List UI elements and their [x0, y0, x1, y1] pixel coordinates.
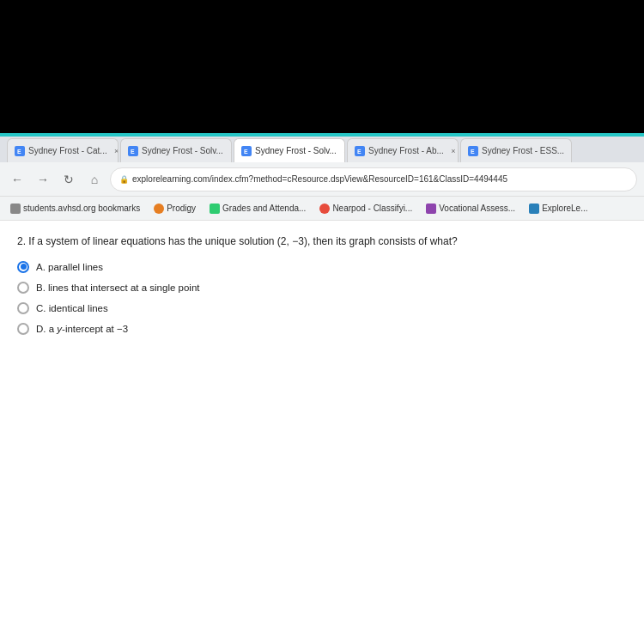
- tab-4[interactable]: E Sydney Frost - Ab... ×: [347, 138, 459, 162]
- url-text: explorelearning.com/index.cfm?method=cRe…: [132, 174, 507, 184]
- tab-2-label: Sydney Frost - Solv...: [142, 146, 223, 155]
- refresh-button[interactable]: ↻: [58, 169, 79, 190]
- bookmark-4[interactable]: Nearpod - Classifyi...: [316, 202, 416, 216]
- tab-3-label: Sydney Frost - Solv...: [255, 146, 337, 155]
- tab-3-close[interactable]: ×: [340, 145, 345, 157]
- radio-a-fill: [21, 264, 27, 270]
- tab-2-icon: E: [128, 146, 138, 156]
- answer-options: A. parallel lines B. lines that intersec…: [17, 261, 627, 335]
- tab-1-label: Sydney Frost - Cat...: [28, 146, 107, 155]
- option-d[interactable]: D. a y-intercept at −3: [17, 323, 627, 335]
- bookmark-6-label: ExploreLe...: [542, 204, 587, 213]
- bookmark-2-label: Prodigy: [167, 204, 196, 213]
- bookmark-1-icon: [10, 204, 21, 214]
- svg-text:E: E: [131, 149, 135, 155]
- browser-window: E Sydney Frost - Cat... × E Sydney Frost…: [0, 133, 644, 644]
- option-b-label: B. lines that intersect at a single poin…: [36, 283, 200, 293]
- bookmark-2-icon: [154, 204, 164, 214]
- tab-1[interactable]: E Sydney Frost - Cat... ×: [7, 138, 118, 162]
- bookmark-5-icon: [426, 204, 436, 214]
- bookmark-6-icon: [529, 204, 539, 214]
- bookmark-3[interactable]: Grades and Attenda...: [206, 202, 309, 216]
- question-number: 2: [17, 235, 23, 247]
- radio-c[interactable]: [17, 302, 29, 314]
- tab-3-icon: E: [241, 146, 252, 156]
- svg-text:E: E: [471, 149, 475, 155]
- tab-5[interactable]: E Sydney Frost - ESS... ×: [460, 138, 572, 162]
- forward-button[interactable]: →: [33, 169, 53, 190]
- tab-4-icon: E: [355, 146, 365, 156]
- lock-icon: 🔒: [119, 175, 129, 184]
- radio-a[interactable]: [17, 261, 29, 273]
- teal-accent-bar: [0, 133, 644, 137]
- tab-4-close[interactable]: ×: [447, 145, 459, 157]
- page-content: 2. If a system of linear equations has t…: [0, 221, 644, 644]
- bookmark-6[interactable]: ExploreLe...: [526, 202, 591, 216]
- option-b[interactable]: B. lines that intersect at a single poin…: [17, 282, 627, 294]
- back-button[interactable]: ←: [7, 169, 27, 190]
- tab-1-close[interactable]: ×: [111, 145, 118, 157]
- home-button[interactable]: ⌂: [84, 169, 105, 190]
- tab-bar: E Sydney Frost - Cat... × E Sydney Frost…: [0, 133, 644, 162]
- tab-2-close[interactable]: ×: [227, 145, 232, 157]
- svg-text:E: E: [357, 149, 361, 155]
- bookmark-4-icon: [319, 204, 330, 214]
- bookmark-5-label: Vocational Assess...: [439, 204, 515, 213]
- address-bar-row: ← → ↻ ⌂ 🔒 explorelearning.com/index.cfm?…: [0, 162, 644, 197]
- option-a-label: A. parallel lines: [36, 262, 103, 272]
- question-body: If a system of linear equations has the …: [28, 235, 457, 247]
- address-field[interactable]: 🔒 explorelearning.com/index.cfm?method=c…: [110, 167, 637, 191]
- tab-4-label: Sydney Frost - Ab...: [368, 146, 444, 155]
- option-d-label: D. a y-intercept at −3: [36, 324, 128, 334]
- tab-2[interactable]: E Sydney Frost - Solv... ×: [120, 138, 232, 162]
- bookmark-1[interactable]: students.avhsd.org bookmarks: [7, 202, 143, 216]
- tab-5-icon: E: [468, 146, 478, 156]
- bookmark-5[interactable]: Vocational Assess...: [422, 202, 519, 216]
- bookmark-4-label: Nearpod - Classifyi...: [332, 204, 412, 213]
- bookmark-3-label: Grades and Attenda...: [222, 204, 306, 213]
- tab-3[interactable]: E Sydney Frost - Solv... ×: [234, 138, 345, 162]
- radio-b[interactable]: [17, 282, 29, 294]
- question-text: 2. If a system of linear equations has t…: [17, 234, 627, 249]
- tab-5-close[interactable]: ×: [568, 145, 572, 157]
- option-a[interactable]: A. parallel lines: [17, 261, 627, 273]
- bookmark-3-icon: [210, 204, 220, 214]
- option-c-label: C. identical lines: [36, 303, 108, 313]
- tab-1-icon: E: [15, 146, 25, 156]
- svg-text:E: E: [17, 149, 21, 155]
- svg-text:E: E: [244, 149, 248, 155]
- option-c[interactable]: C. identical lines: [17, 302, 627, 314]
- tab-5-label: Sydney Frost - ESS...: [482, 146, 564, 155]
- content-area: 2. If a system of linear equations has t…: [0, 221, 644, 644]
- bookmark-1-label: students.avhsd.org bookmarks: [23, 204, 140, 213]
- bookmarks-bar: students.avhsd.org bookmarks Prodigy Gra…: [0, 197, 644, 221]
- bookmark-2[interactable]: Prodigy: [150, 202, 199, 216]
- radio-d[interactable]: [17, 323, 29, 335]
